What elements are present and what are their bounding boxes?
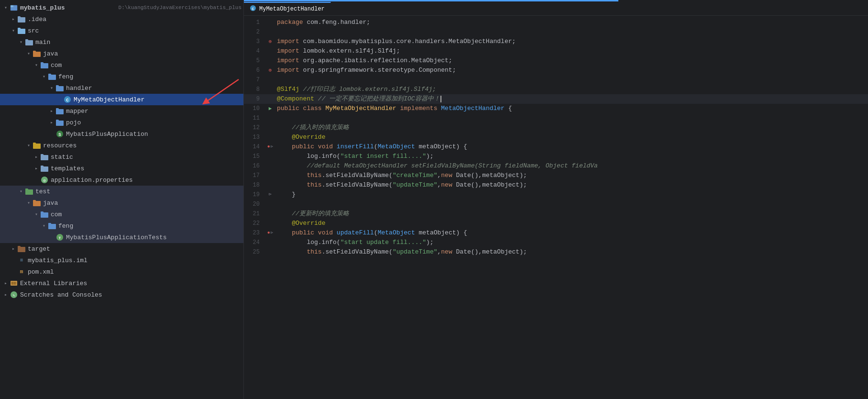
- tree-test[interactable]: test: [0, 186, 243, 197]
- code-line-21: 21 //更新时的填充策略: [244, 209, 868, 219]
- tree-src[interactable]: src: [0, 25, 243, 36]
- tree-handler[interactable]: handler: [0, 82, 243, 94]
- project-icon: [10, 3, 18, 12]
- line-num-20: 20: [244, 200, 265, 209]
- code-line-4: 4 import lombok.extern.slf4j.Slf4j;: [244, 46, 868, 56]
- tree-feng-test[interactable]: feng: [0, 220, 243, 232]
- code-line-24: 24 log.info("start update fill....");: [244, 238, 868, 247]
- line-num-6: 6: [244, 66, 265, 75]
- tree-MyMetaObjectHandler[interactable]: C MyMetaObjectHandler: [0, 94, 243, 105]
- spring-class-icon: S: [55, 130, 64, 138]
- code-5: import org.apache.ibatis.reflection.Meta…: [275, 56, 868, 66]
- code-25: this.setFieldValByName("updateTime",new …: [275, 247, 868, 257]
- tree-main[interactable]: main: [0, 36, 243, 48]
- test-folder-icon: [25, 187, 33, 196]
- code-line-1: 1 package com.feng.handler;: [244, 18, 868, 27]
- tree-arrow: [25, 143, 33, 148]
- code-line-3: 3 ⊕ import com.baomidou.mybatisplus.core…: [244, 37, 868, 46]
- line-num-1: 1: [244, 18, 265, 27]
- tree-com[interactable]: com: [0, 59, 243, 71]
- tree-arrow: [48, 120, 55, 125]
- code-line-15: 15 log.info("start insert fill....");: [244, 152, 868, 161]
- line-num-17: 17: [244, 171, 265, 180]
- line-num-19: 19: [244, 190, 265, 200]
- java-folder-icon: [33, 199, 41, 207]
- code-line-8: 8 @Slf4j //打印日志 lombok.extern.slf4j.Slf4…: [244, 85, 868, 94]
- code-12: //插入时的填充策略: [275, 123, 868, 133]
- tree-scratches[interactable]: ✎ Scratches and Consoles: [0, 289, 243, 300]
- properties-icon: ⚙: [40, 176, 49, 184]
- line-num-3: 3: [244, 37, 265, 46]
- tree-java[interactable]: java: [0, 48, 243, 59]
- feng-test-label: feng: [58, 222, 242, 230]
- tree-iml[interactable]: ≡ mybatis_plus.iml: [0, 255, 243, 266]
- package-icon: [48, 222, 56, 230]
- package-icon: [55, 118, 64, 127]
- tree-pojo[interactable]: pojo: [0, 117, 243, 128]
- gutter-10: ▶: [265, 104, 275, 113]
- src-folder-icon: [17, 26, 26, 35]
- root-label: mybatis_plus: [20, 4, 117, 11]
- static-label: static: [51, 154, 242, 161]
- tree-arrow: [17, 188, 25, 194]
- com-label: com: [51, 62, 242, 69]
- code-line-18: 18 this.setFieldValByName("updateTime",n…: [244, 180, 868, 190]
- tree-static[interactable]: static: [0, 151, 243, 163]
- tree-arrow: [33, 154, 40, 160]
- pom-label: pom.xml: [28, 268, 242, 276]
- code-line-7: 7: [244, 75, 868, 85]
- tree-arrow: [33, 166, 40, 171]
- tree-feng[interactable]: feng: [0, 71, 243, 82]
- editor-content[interactable]: 1 package com.feng.handler; 2 3 ⊕ import…: [244, 16, 868, 399]
- tree-arrow: [48, 85, 55, 91]
- tree-root[interactable]: mybatis_plus D:\kuangStudyJavaExercises\…: [0, 2, 243, 13]
- svg-text:⚙: ⚙: [44, 178, 46, 183]
- package-icon: [48, 72, 56, 81]
- tree-target[interactable]: target: [0, 243, 243, 255]
- tree-main-app[interactable]: S MybatisPlusApplication: [0, 128, 243, 140]
- line-num-5: 5: [244, 56, 265, 66]
- resources-folder-icon: [33, 141, 41, 150]
- editor-tabs[interactable]: C MyMetaObjectHandler: [244, 1, 868, 16]
- svg-rect-15: [15, 282, 16, 285]
- code-line-6: 6 ⊕ import org.springframework.stereotyp…: [244, 66, 868, 75]
- tree-java-test[interactable]: java: [0, 197, 243, 209]
- line-num-22: 22: [244, 219, 265, 228]
- line-num-23: 23: [244, 228, 265, 238]
- main-app-label: MybatisPlusApplication: [66, 131, 242, 138]
- handler-class-label: MyMetaObjectHandler: [74, 96, 242, 103]
- tree-ext-libs[interactable]: External Libraries: [0, 277, 243, 289]
- project-tree[interactable]: mybatis_plus D:\kuangStudyJavaExercises\…: [0, 0, 244, 399]
- tree-templates[interactable]: templates: [0, 163, 243, 174]
- gutter-23: ●⊳: [265, 228, 275, 238]
- folder-icon: [40, 164, 49, 173]
- test-label: test: [35, 188, 242, 195]
- code-15: log.info("start insert fill....");: [275, 152, 868, 161]
- tree-resources[interactable]: resources: [0, 140, 243, 151]
- tree-arrow: [2, 5, 10, 11]
- code-19: }: [275, 190, 868, 200]
- code-18: this.setFieldValByName("updateTime",new …: [275, 180, 868, 190]
- code-line-23: 23 ●⊳ public void updateFill(MetaObject …: [244, 228, 868, 238]
- tree-test-class[interactable]: T MybatisPlusApplicationTests: [0, 232, 243, 243]
- line-num-4: 4: [244, 46, 265, 56]
- line-num-24: 24: [244, 238, 265, 247]
- tree-arrow: [10, 246, 17, 252]
- package-icon: [40, 61, 49, 69]
- scratches-icon: ✎: [10, 290, 18, 299]
- code-23: public void updateFill(MetaObject metaOb…: [275, 228, 868, 238]
- tree-idea[interactable]: .idea: [0, 13, 243, 25]
- code-line-9: 9 @Component // 一定不要忘记把处理器加到IOC容器中！: [244, 94, 868, 104]
- tree-pom[interactable]: m pom.xml: [0, 266, 243, 277]
- tree-arrow: [17, 39, 25, 45]
- tree-com-test[interactable]: com: [0, 209, 243, 220]
- tree-mapper[interactable]: mapper: [0, 105, 243, 117]
- tree-arrow: [2, 280, 10, 286]
- properties-label: application.properties: [51, 177, 242, 184]
- line-num-16: 16: [244, 161, 265, 171]
- feng-label: feng: [58, 73, 242, 80]
- tab-MyMetaObjectHandler[interactable]: C MyMetaObjectHandler: [244, 2, 331, 15]
- code-1: package com.feng.handler;: [275, 18, 868, 27]
- iml-label: mybatis_plus.iml: [28, 257, 242, 264]
- tree-properties[interactable]: ⚙ application.properties: [0, 174, 243, 186]
